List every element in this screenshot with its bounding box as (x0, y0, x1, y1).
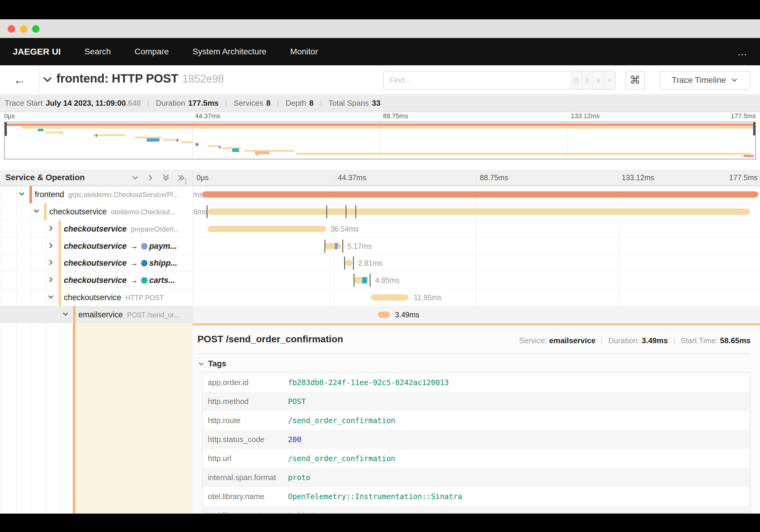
tag-row[interactable]: app.order.idfb283db0-224f-11ee-92c5-0242… (203, 373, 750, 392)
span-duration-bar[interactable] (208, 226, 327, 232)
tag-row[interactable]: internal.span.formatproto (203, 468, 750, 487)
nav-overflow-menu[interactable]: … (737, 38, 748, 65)
span-timeline-cell[interactable]: ms (192, 186, 760, 203)
span-name-cell[interactable]: checkoutserviceHTTP POST (0, 289, 192, 306)
span-timeline-cell[interactable]: 2.81ms (192, 255, 760, 272)
tag-row[interactable]: http.url/send_order_confirmation (203, 449, 750, 468)
ruler-gridline (334, 170, 335, 185)
nav-item-system-architecture[interactable]: System Architecture (193, 47, 266, 56)
expand-row-icon[interactable] (47, 276, 55, 285)
timeline-minimap[interactable] (4, 122, 756, 160)
column-resize-handle[interactable]: ∥ (184, 177, 187, 185)
tag-value: proto (288, 473, 310, 482)
expand-one-icon[interactable] (146, 173, 155, 183)
tag-value: 200 (288, 435, 301, 444)
span-duration-bar[interactable] (208, 209, 750, 215)
collapse-one-icon[interactable] (131, 173, 140, 183)
tag-row[interactable]: http.status_code200 (203, 430, 750, 449)
selected-span-accent (73, 323, 75, 513)
indent-guide (16, 306, 17, 323)
span-name-cell[interactable]: checkoutservice→paym... (0, 237, 192, 255)
window-zoom-button[interactable] (32, 25, 39, 33)
nav-item-search[interactable]: Search (85, 47, 111, 56)
tag-row[interactable]: otel.library.version0.19.4 (203, 506, 750, 513)
span-bound-tick (346, 205, 347, 218)
minimap-tick-label: 133.12ms (571, 112, 600, 120)
span-timeline-cell[interactable]: 3.49ms (192, 306, 760, 323)
jaeger-logo[interactable]: JAEGER UI (13, 47, 61, 57)
minimap-drag-handle-left[interactable] (5, 122, 7, 136)
tag-row[interactable]: otel.library.nameOpenTelemetry::Instrume… (203, 487, 750, 506)
back-button[interactable]: ← (0, 65, 39, 94)
minimap-span (147, 138, 160, 142)
span-duration-label: 11.95ms (414, 293, 442, 302)
macos-titlebar (0, 19, 760, 38)
indent-guide (46, 289, 46, 306)
indent-guide (61, 306, 61, 323)
collapse-row-icon[interactable] (62, 310, 70, 319)
span-timeline-cell[interactable]: 6ms (192, 203, 760, 220)
span-name-cell[interactable]: emailservicePOST /send_or... (0, 306, 192, 323)
prev-result-icon[interactable]: ∧ (582, 71, 594, 89)
window-close-button[interactable] (8, 25, 15, 33)
service-dot-icon (141, 277, 148, 284)
nav-item-monitor[interactable]: Monitor (290, 47, 318, 56)
collapse-row-icon[interactable] (47, 293, 55, 302)
span-duration-bar[interactable] (344, 260, 353, 266)
minimap-span (296, 153, 751, 155)
span-timeline-cell[interactable]: 36.54ms (192, 220, 760, 238)
expand-row-icon[interactable] (47, 224, 55, 233)
span-timeline-cell[interactable]: 5.17ms (192, 237, 760, 255)
span-color-accent (59, 289, 61, 306)
span-row-label: emailservicePOST /send_or... (78, 310, 179, 319)
span-name-cell[interactable]: checkoutserviceoteldemo.Checkout... (0, 203, 192, 220)
clear-icon[interactable]: × (604, 71, 615, 89)
tags-section-toggle[interactable]: Tags (197, 359, 226, 368)
minimap-drag-handle-right[interactable] (753, 122, 755, 135)
span-timeline-cell[interactable]: 11.95ms (192, 289, 760, 306)
window-minimize-button[interactable] (20, 25, 27, 33)
collapse-all-icon[interactable] (162, 173, 170, 183)
chevron-down-icon (731, 76, 738, 84)
expand-row-icon[interactable] (47, 259, 55, 268)
span-duration-bar[interactable] (378, 312, 390, 318)
span-row: checkoutservice→paym...5.17ms (0, 237, 760, 255)
tag-row[interactable]: http.route/send_order_confirmation (203, 411, 750, 430)
span-name-cell[interactable]: frontendgrpc.oteldemo.CheckoutService/Pl… (0, 186, 192, 203)
indent-guide (31, 323, 31, 513)
span-detail-meta: Service: emailservice|Duration: 3.49ms|S… (519, 336, 750, 345)
span-name-cell[interactable]: checkoutservice→shipp... (0, 255, 192, 272)
minimap-span (208, 145, 220, 147)
collapse-row-icon[interactable] (32, 207, 40, 217)
next-result-icon[interactable]: ∨ (593, 71, 604, 89)
minimap-span (5, 123, 755, 126)
expand-row-icon[interactable] (47, 241, 55, 251)
span-name-cell[interactable]: checkoutservice→carts... (0, 272, 192, 289)
locate-icon[interactable]: ◎ (571, 71, 582, 89)
collapse-row-icon[interactable] (18, 190, 26, 199)
keyboard-shortcuts-button[interactable]: ⌘ (625, 71, 645, 90)
nav-item-compare[interactable]: Compare (134, 47, 168, 56)
indent-guide (31, 203, 31, 220)
span-duration-bar[interactable] (324, 243, 341, 249)
operation-name: oteldemo.Checkout... (111, 208, 175, 216)
trace-summary-bar: Trace StartJuly 14 2023, 11:09:00.648|Du… (0, 94, 760, 112)
back-arrow-icon: ← (14, 73, 25, 87)
indent-guide (16, 323, 17, 513)
span-row: emailservicePOST /send_or...3.49ms (0, 306, 760, 323)
trace-collapse-chevron-icon[interactable] (41, 73, 54, 87)
tag-row[interactable]: http.methodPOST (203, 392, 750, 411)
minimap-span (181, 141, 193, 143)
span-duration-label: ms (193, 190, 203, 199)
span-duration-bar[interactable] (371, 294, 408, 301)
tags-table: app.order.idfb283db0-224f-11ee-92c5-0242… (202, 372, 750, 513)
trace-view-selector[interactable]: Trace Timeline (660, 71, 750, 90)
jaeger-trace-page: JAEGER UI SearchCompareSystem Architectu… (0, 0, 760, 532)
span-row-label: checkoutserviceprepareOrderI... (64, 224, 179, 233)
find-input[interactable] (384, 71, 570, 89)
span-duration-bar[interactable] (203, 191, 758, 198)
span-timeline-cell[interactable]: 4.85ms (192, 272, 760, 289)
span-name-cell[interactable]: checkoutserviceprepareOrderI... (0, 220, 192, 238)
tag-key: http.method (203, 397, 288, 406)
indent-guide (46, 237, 46, 255)
